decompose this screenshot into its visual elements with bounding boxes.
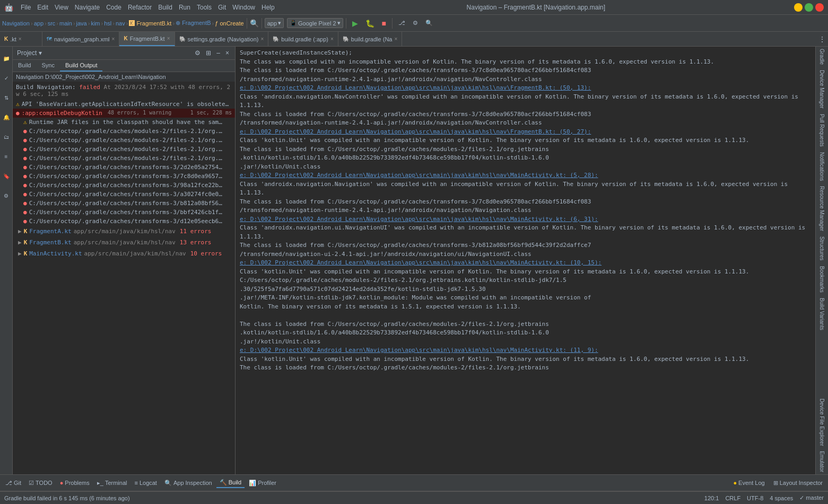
breadcrumb-navigation[interactable]: Navigation — [2, 20, 30, 26]
build-variants-tab[interactable]: Build Variants — [818, 296, 826, 332]
panel-dropdown-arrow[interactable]: ▾ — [39, 49, 42, 57]
menu-code[interactable]: Code — [103, 4, 125, 11]
breadcrumb-app[interactable]: app — [34, 20, 43, 26]
tab-settings-gradle[interactable]: 🐘 settings.gradle (Navigation) × — [175, 32, 269, 46]
menu-view[interactable]: View — [51, 4, 72, 11]
build-item-compile[interactable]: ● :app:compileDebugKotlin 48 errors, 1 w… — [13, 109, 235, 118]
build-bottom-tab[interactable]: 🔨 Build — [216, 478, 245, 488]
close-panel-icon[interactable]: × — [224, 49, 231, 57]
breadcrumb-main[interactable]: main — [59, 20, 72, 26]
breadcrumb-hsl[interactable]: hsl — [104, 20, 111, 26]
device-manager-tab[interactable]: Device Manager — [818, 68, 826, 111]
emulator-tab[interactable]: Emulator — [818, 449, 826, 474]
build-sub-error-8[interactable]: ● C:/Users/octop/.gradle/caches/transfor… — [13, 190, 235, 199]
event-log-btn[interactable]: ● Event Log — [730, 479, 768, 487]
build-sub-error-11[interactable]: ● C:/Users/octop/.gradle/caches/transfor… — [13, 217, 235, 226]
logcat-bottom-tab[interactable]: ≡ Logcat — [131, 479, 160, 487]
tab-kt[interactable]: K .kt × — [0, 32, 42, 46]
tab-bar-more[interactable]: ⋮ — [818, 35, 826, 43]
tab-kt-close[interactable]: × — [19, 36, 22, 42]
build-sub-warning[interactable]: ⚠ Runtime JAR files in the classpath sho… — [13, 118, 235, 127]
breadcrumb-method[interactable]: ƒ onCreate — [215, 20, 243, 26]
notifications-tab[interactable]: Notifications — [818, 150, 826, 183]
log-link-5[interactable]: e: D:\002 Project\002 Android Learn\Navi… — [240, 259, 811, 268]
problems-bottom-tab[interactable]: ● Problems — [57, 479, 93, 487]
build-sub-error-9[interactable]: ● C:/Users/octop/.gradle/caches/transfor… — [13, 199, 235, 208]
menu-git[interactable]: Git — [215, 4, 229, 11]
gradle-tab[interactable]: Gradle — [818, 47, 826, 67]
tab-nav-graph[interactable]: 🗺 navigation_graph.xml × — [42, 32, 119, 46]
profiler-bottom-tab[interactable]: 📊 Profiler — [246, 479, 280, 488]
menu-refactor[interactable]: Refactor — [125, 4, 155, 11]
menu-file[interactable]: File — [18, 4, 34, 11]
stop-button[interactable]: ■ — [379, 18, 389, 29]
log-link-6[interactable]: e: D:\002 Project\002 Android Learn\Navi… — [240, 346, 811, 355]
run-search-icon[interactable]: 🔍 — [250, 19, 259, 28]
git-bottom-tab[interactable]: ⎇ Git — [2, 479, 24, 488]
status-branch[interactable]: ✓ master — [799, 494, 824, 501]
tab-build-app[interactable]: 🐘 build.gradle (:app) × — [268, 32, 338, 46]
menu-window[interactable]: Window — [229, 4, 258, 11]
gear-icon[interactable]: ⚙ — [193, 49, 202, 57]
log-link-2[interactable]: e: D:\002 Project\002 Android Learn\Navi… — [240, 128, 811, 137]
file-group-fragmenta[interactable]: ▶ K FragmentA.kt app/src/main/java/kim/h… — [13, 226, 235, 237]
tab-settings-close[interactable]: × — [260, 36, 264, 42]
breadcrumb-java[interactable]: java — [76, 20, 87, 26]
tab-build-app-close[interactable]: × — [330, 36, 334, 42]
search-everywhere-button[interactable]: 🔍 — [422, 19, 436, 28]
app-inspection-bottom-tab[interactable]: 🔍 App Inspection — [161, 479, 215, 488]
menu-tools[interactable]: Tools — [194, 4, 215, 11]
status-indent[interactable]: 4 spaces — [770, 495, 793, 501]
build-tab-output[interactable]: Build Output — [60, 60, 103, 72]
log-link-4[interactable]: e: D:\002 Project\002 Android Learn\Navi… — [240, 215, 811, 224]
breadcrumb-class[interactable]: ⊕ FragmentB — [176, 20, 211, 26]
close-button[interactable] — [815, 3, 824, 12]
settings-button[interactable]: ⚙ — [409, 19, 421, 28]
log-link-3[interactable]: e: D:\002 Project\002 Android Learn\Navi… — [240, 171, 811, 180]
tab-fragmentb[interactable]: K FragmentB.kt × — [119, 32, 175, 46]
build-sub-error-1[interactable]: ● C:/Users/octop/.gradle/caches/modules-… — [13, 127, 235, 136]
breadcrumb-kim[interactable]: kim — [91, 20, 100, 26]
collapse-icon[interactable]: – — [215, 49, 222, 57]
expand-icon[interactable]: ⊞ — [204, 49, 213, 57]
build-sub-error-10[interactable]: ● C:/Users/octop/.gradle/caches/transfor… — [13, 208, 235, 217]
status-line-ending[interactable]: CRLF — [725, 495, 740, 501]
run-button[interactable]: ▶ — [349, 18, 361, 29]
todo-bottom-tab[interactable]: ☑ TODO — [25, 479, 56, 488]
tab-nav-close[interactable]: × — [112, 36, 115, 42]
build-sub-error-2[interactable]: ● C:/Users/octop/.gradle/caches/modules-… — [13, 136, 235, 145]
build-item-api-warning[interactable]: ⚠ API 'BaseVariant.getApplicationIdTextR… — [13, 100, 235, 109]
breadcrumb-file[interactable]: 🅺 FragmentB.kt — [129, 20, 171, 26]
bookmarks-tab[interactable]: Bookmarks — [818, 264, 826, 295]
file-group-fragmentb[interactable]: ▶ K FragmentB.kt app/src/main/java/kim/h… — [13, 237, 235, 248]
tab-build-na[interactable]: 🐘 build.gradle (Na × — [338, 32, 403, 46]
device-file-tab[interactable]: Device File Explorer — [818, 396, 826, 448]
resource-manager-tab[interactable]: Resource Manager — [818, 184, 826, 233]
menu-build[interactable]: Build — [155, 4, 176, 11]
log-link-1[interactable]: e: D:\002 Project\002 Android Learn\Navi… — [240, 84, 811, 93]
build-sub-error-7[interactable]: ● C:/Users/octop/.gradle/caches/transfor… — [13, 181, 235, 190]
minimize-button[interactable] — [794, 3, 803, 12]
breadcrumb-nav[interactable]: nav — [116, 20, 125, 26]
build-sub-error-3[interactable]: ● C:/Users/octop/.gradle/caches/modules-… — [13, 145, 235, 154]
device-dropdown[interactable]: 📱 Google Pixel 2 ▾ — [287, 18, 343, 28]
maximize-button[interactable] — [805, 3, 813, 12]
build-sub-error-5[interactable]: ● C:/Users/octop/.gradle/caches/transfor… — [13, 163, 235, 172]
build-sub-error-6[interactable]: ● C:/Users/octop/.gradle/caches/transfor… — [13, 172, 235, 181]
build-tab-sync[interactable]: Sync — [36, 60, 59, 72]
breadcrumb-src[interactable]: src — [48, 20, 56, 26]
status-encoding[interactable]: UTF-8 — [747, 495, 763, 501]
tab-fragmentb-close[interactable]: × — [167, 36, 170, 41]
tab-build-na-close[interactable]: × — [394, 36, 397, 42]
git-icon[interactable]: ⎇ — [395, 19, 408, 28]
pull-requests-tab[interactable]: Pull Requests — [818, 112, 826, 149]
menu-help[interactable]: Help — [258, 4, 278, 11]
status-position[interactable]: 120:1 — [704, 495, 719, 501]
build-tab-build[interactable]: Build — [13, 60, 36, 72]
build-sub-error-4[interactable]: ● C:/Users/octop/.gradle/caches/modules-… — [13, 154, 235, 163]
layout-inspector-btn[interactable]: ⊞ Layout Inspector — [770, 479, 826, 488]
file-group-mainactivity[interactable]: ▶ K MainActivity.kt app/src/main/java/ki… — [13, 248, 235, 259]
terminal-bottom-tab[interactable]: ▸_ Terminal — [94, 479, 130, 488]
debug-button[interactable]: 🐛 — [362, 18, 378, 29]
menu-run[interactable]: Run — [176, 4, 194, 11]
